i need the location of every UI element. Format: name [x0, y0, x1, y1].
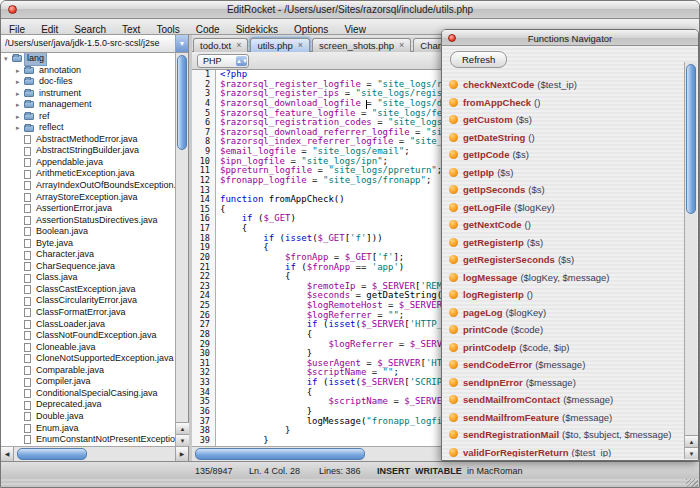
code-token [220, 358, 307, 368]
function-item-printCode[interactable]: printCode($code) [449, 321, 681, 339]
tree-item-ArithmeticException.java[interactable]: ArithmeticException.java [1, 168, 175, 180]
tree-item-Boolean.java[interactable]: Boolean.java [1, 226, 175, 238]
scroll-down-icon[interactable]: ▼ [176, 434, 189, 446]
disclosure-triangle-icon[interactable]: ▸ [16, 111, 24, 123]
function-icon [449, 308, 458, 317]
tree-item-Class.java[interactable]: Class.java [1, 272, 175, 284]
function-item-sendRegistrationMail[interactable]: sendRegistrationMail($to, $subject, $mes… [449, 426, 681, 444]
scrollbar-thumb[interactable] [195, 448, 365, 460]
function-item-getDateString[interactable]: getDateString() [449, 129, 681, 147]
disclosure-triangle-icon[interactable]: ▾ [4, 53, 12, 65]
tree-item-ArrayIndexOutOfBoundsException.java[interactable]: ArrayIndexOutOfBoundsException.java [1, 180, 175, 192]
tree-item-management[interactable]: ▸management [1, 99, 175, 111]
disclosure-triangle-icon[interactable]: ▸ [16, 65, 24, 77]
functions-vertical-scrollbar[interactable]: ▲ ▼ [684, 62, 697, 459]
tree-item-Character.java[interactable]: Character.java [1, 249, 175, 261]
function-icon [449, 80, 458, 89]
tree-item-AbstractMethodError.java[interactable]: AbstractMethodError.java [1, 134, 175, 146]
function-item-sendCodeError[interactable]: sendCodeError($message) [449, 356, 681, 374]
tree-item-Compiler.java[interactable]: Compiler.java [1, 376, 175, 388]
tree-item-EnumConstantNotPresentException.java[interactable]: EnumConstantNotPresentException.java [1, 434, 175, 446]
tree-item-CloneNotSupportedException.java[interactable]: CloneNotSupportedException.java [1, 353, 175, 365]
tree-item-annotation[interactable]: ▸annotation [1, 65, 175, 77]
scroll-up-icon[interactable]: ▲ [176, 422, 189, 434]
title-bar[interactable]: EditRocket - /Users/user/Sites/razorsql/… [1, 1, 699, 19]
tree-item-ClassFormatError.java[interactable]: ClassFormatError.java [1, 307, 175, 319]
function-item-getIpCode[interactable]: getIpCode($s) [449, 146, 681, 164]
scroll-right-icon[interactable]: ▶ [175, 447, 188, 461]
tree-item-reflect[interactable]: ▸reflect [1, 122, 175, 134]
tree-item-ArrayStoreException.java[interactable]: ArrayStoreException.java [1, 192, 175, 204]
tab-screen_shots.php[interactable]: screen_shots.php× [312, 38, 411, 53]
tree-item-AbstractStringBuilder.java[interactable]: AbstractStringBuilder.java [1, 145, 175, 157]
code-token: ])) [366, 233, 382, 243]
scroll-down-icon[interactable]: ▼ [685, 447, 698, 459]
function-item-pageLog[interactable]: pageLog($logKey) [449, 304, 681, 322]
tree-item-doc-files[interactable]: ▸doc-files [1, 76, 175, 88]
tree-item-AssertionError.java[interactable]: AssertionError.java [1, 203, 175, 215]
scroll-up-icon[interactable]: ▲ [685, 435, 698, 447]
function-icon [449, 448, 458, 457]
function-item-checkNextCode[interactable]: checkNextCode($test_ip) [449, 76, 681, 94]
function-item-getNextCode[interactable]: getNextCode() [449, 216, 681, 234]
tree-item-ClassCastException.java[interactable]: ClassCastException.java [1, 284, 175, 296]
functions-navigator-titlebar[interactable]: Functions Navigator [442, 30, 698, 46]
scrollbar-thumb[interactable] [17, 448, 87, 460]
file-tree-vertical-scrollbar[interactable]: ▲ ▼ [175, 53, 188, 446]
function-item-validForRegisterReturn[interactable]: validForRegisterReturn($test_ip) [449, 444, 681, 458]
function-item-sendIpnError[interactable]: sendIpnError($message) [449, 374, 681, 392]
function-item-fromAppCheck[interactable]: fromAppCheck() [449, 94, 681, 112]
tab-close-icon[interactable]: × [236, 41, 241, 50]
function-item-logMessage[interactable]: logMessage($logKey, $message) [449, 269, 681, 287]
tab-close-icon[interactable]: × [399, 41, 404, 50]
tree-item-Double.java[interactable]: Double.java [1, 411, 175, 423]
tab-utils.php[interactable]: utils.php× [250, 38, 310, 53]
tree-item-CharSequence.java[interactable]: CharSequence.java [1, 261, 175, 273]
scrollbar-thumb[interactable] [177, 55, 187, 150]
tree-item-Comparable.java[interactable]: Comparable.java [1, 365, 175, 377]
function-item-sendMailfromContact[interactable]: sendMailfromContact($message) [449, 391, 681, 409]
disclosure-triangle-icon[interactable]: ▸ [16, 88, 24, 100]
function-item-getCustom[interactable]: getCustom($s) [449, 111, 681, 129]
function-item-getIpSeconds[interactable]: getIpSeconds($s) [449, 181, 681, 199]
tab-close-icon[interactable]: × [298, 41, 303, 50]
function-icon [449, 360, 458, 369]
function-item-logRegisterIp[interactable]: logRegisterIp() [449, 286, 681, 304]
tree-item-Enum.java[interactable]: Enum.java [1, 423, 175, 435]
function-item-getIpIp[interactable]: getIpIp($s) [449, 164, 681, 182]
tree-item-ClassNotFoundException.java[interactable]: ClassNotFoundException.java [1, 330, 175, 342]
tree-item-lang[interactable]: ▾lang [1, 53, 175, 65]
disclosure-triangle-icon[interactable]: ▸ [16, 76, 24, 88]
tree-item-ref[interactable]: ▸ref [1, 111, 175, 123]
file-icon [24, 274, 31, 283]
language-selector[interactable]: PHP ▲▼ [197, 54, 249, 68]
function-item-getLogFile[interactable]: getLogFile($logKey) [449, 199, 681, 217]
disclosure-triangle-icon[interactable]: ▸ [16, 122, 24, 134]
path-combo[interactable]: /Users/user/java/jdk-1.5.0-src-scsl/j2se… [1, 35, 188, 53]
function-item-getRegisterSeconds[interactable]: getRegisterSeconds($s) [449, 251, 681, 269]
scrollbar-thumb[interactable] [686, 64, 696, 214]
function-item-getRegisterIp[interactable]: getRegisterIp($s) [449, 234, 681, 252]
tree-item-ConditionalSpecialCasing.java[interactable]: ConditionalSpecialCasing.java [1, 388, 175, 400]
function-params: ($logKey, $message) [520, 272, 609, 283]
file-tree-horizontal-scrollbar[interactable]: ◀ ▶ [1, 446, 188, 461]
tree-item-AssertionStatusDirectives.java[interactable]: AssertionStatusDirectives.java [1, 215, 175, 227]
function-item-sendMailfromFeature[interactable]: sendMailfromFeature($message) [449, 409, 681, 427]
function-item-printCodeIp[interactable]: printCodeIp($code, $ip) [449, 339, 681, 357]
file-icon [24, 262, 31, 271]
tree-item-Cloneable.java[interactable]: Cloneable.java [1, 342, 175, 354]
disclosure-triangle-icon[interactable]: ▸ [16, 99, 24, 111]
refresh-button[interactable]: Refresh [450, 51, 507, 68]
tree-item-Deprecated.java[interactable]: Deprecated.java [1, 399, 175, 411]
tab-todo.txt[interactable]: todo.txt× [193, 38, 248, 53]
tree-item-Byte.java[interactable]: Byte.java [1, 238, 175, 250]
scroll-left-icon[interactable]: ◀ [1, 447, 14, 461]
resize-grip[interactable] [686, 479, 698, 488]
tree-item-label: ArrayIndexOutOfBoundsException.java [34, 180, 175, 192]
tree-item-ClassCircularityError.java[interactable]: ClassCircularityError.java [1, 295, 175, 307]
tree-item-Appendable.java[interactable]: Appendable.java [1, 157, 175, 169]
tree-item-instrument[interactable]: ▸instrument [1, 88, 175, 100]
tree-item-ClassLoader.java[interactable]: ClassLoader.java [1, 319, 175, 331]
code-token: = [361, 358, 377, 368]
function-name: getLogFile [463, 202, 511, 213]
